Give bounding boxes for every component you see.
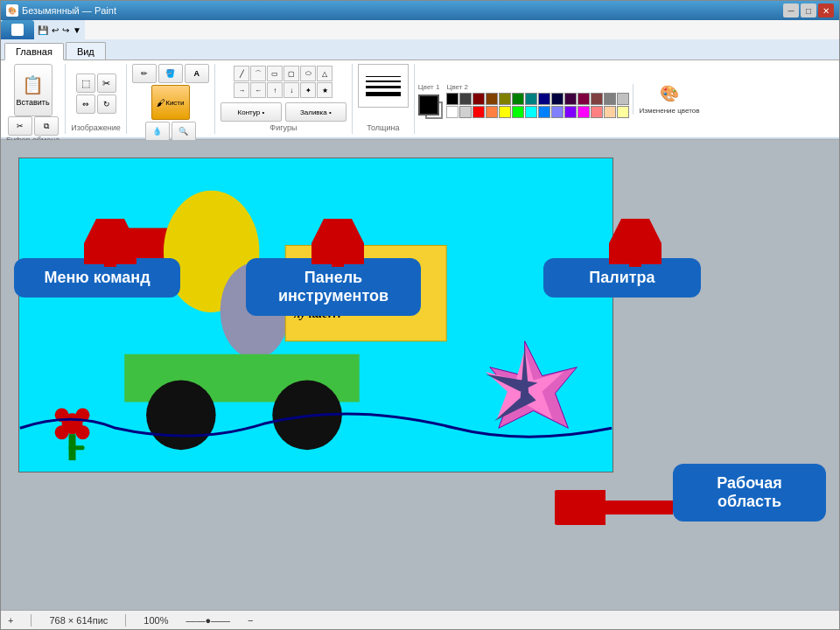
zoom-level: 100% xyxy=(144,615,168,626)
zoom-slider[interactable]: ——●—— xyxy=(186,615,230,626)
svg-rect-17 xyxy=(69,445,85,450)
color1-label: Цвет 1 xyxy=(418,83,440,91)
toolbar-text: Панель инструментов xyxy=(278,269,388,304)
zoom-minus[interactable]: − xyxy=(248,615,253,626)
swatch-white[interactable] xyxy=(446,106,458,118)
crop-button[interactable]: ✂ xyxy=(97,74,116,93)
main-area: Жить хорошо! А хорошо жить - еще лучше!!… xyxy=(1,140,839,610)
brush-button[interactable]: 🖌 Кисти xyxy=(151,85,190,120)
arrow-menu xyxy=(84,219,136,271)
swatch-darkgray[interactable] xyxy=(459,93,472,105)
image-size: 768 × 614пис xyxy=(49,615,108,626)
quick-access-toolbar: 💾 ↩ ↪ ▼ xyxy=(34,20,85,39)
tools-row3: 💧 🔍 xyxy=(145,122,196,141)
tab-home[interactable]: Главная xyxy=(4,43,64,60)
magnifier-button[interactable]: 🔍 xyxy=(172,122,196,141)
swatch-yellow-dark[interactable] xyxy=(499,93,511,105)
select-button[interactable]: ⬚ xyxy=(76,74,95,93)
paint-icon xyxy=(11,24,24,36)
swatch-gray1[interactable] xyxy=(604,93,616,105)
swatch-salmon[interactable] xyxy=(591,106,603,118)
swatch-purple-dark[interactable] xyxy=(564,93,577,105)
ribbon-tabs: Главная Вид xyxy=(1,39,839,60)
swatch-light-yellow[interactable] xyxy=(617,106,629,118)
shape-uparrow[interactable]: ↑ xyxy=(267,82,283,98)
arrow-palette xyxy=(609,219,662,271)
fill-dropdown[interactable]: Заливка • xyxy=(285,102,346,122)
paste-button[interactable]: 📋 Вставить xyxy=(14,64,52,116)
image-row1: ⬚ ✂ xyxy=(76,74,116,93)
shape-line[interactable]: ╱ xyxy=(234,66,249,81)
swatch-red-dark[interactable] xyxy=(472,93,485,105)
quick-dropdown-icon[interactable]: ▼ xyxy=(73,25,81,35)
swatch-gray-l[interactable] xyxy=(459,106,472,118)
tab-view[interactable]: Вид xyxy=(66,42,106,60)
app-button[interactable] xyxy=(1,20,34,39)
fill-button[interactable]: 🪣 xyxy=(158,64,183,83)
shape-leftarrow[interactable]: ← xyxy=(250,82,266,98)
cut-button[interactable]: ✂ xyxy=(8,116,32,136)
shape-rect[interactable]: ▭ xyxy=(267,66,283,81)
maximize-button[interactable]: □ xyxy=(801,4,816,18)
paste-label: Вставить xyxy=(17,98,50,107)
thickness-selector[interactable] xyxy=(358,64,409,108)
swatch-cyan[interactable] xyxy=(525,106,537,118)
shape-4arrow[interactable]: ✦ xyxy=(300,82,316,98)
swatch-blue-dark[interactable] xyxy=(538,93,550,105)
shape-triangle[interactable]: △ xyxy=(317,66,332,81)
arrow-toolbar xyxy=(312,219,364,271)
swatch-periwinkle[interactable] xyxy=(551,106,564,118)
shape-rightarrow[interactable]: → xyxy=(234,82,249,98)
image-row2: ⇔ ↻ xyxy=(76,94,116,114)
text-button[interactable]: A xyxy=(185,64,209,83)
swatch-green-dark[interactable] xyxy=(512,93,524,105)
shape-star[interactable]: ★ xyxy=(317,82,332,98)
swatch-lime[interactable] xyxy=(512,106,524,118)
shape-downarrow[interactable]: ↓ xyxy=(284,82,299,98)
quick-save-icon[interactable]: 💾 xyxy=(38,25,48,35)
ribbon-content: 📋 Вставить ✂ ⧉ Буфер обмена xyxy=(1,60,839,139)
shape-ellipse[interactable]: ⬭ xyxy=(300,66,316,81)
contour-dropdown[interactable]: Контур • xyxy=(220,102,282,122)
resize-button[interactable]: ⇔ xyxy=(76,94,95,114)
quick-redo-icon[interactable]: ↪ xyxy=(62,25,69,35)
minimize-button[interactable]: ─ xyxy=(783,4,799,18)
rotate-button[interactable]: ↻ xyxy=(97,94,116,114)
zoom-plus[interactable]: + xyxy=(8,615,13,626)
shapes-grid: ╱ ⌒ ▭ ▢ ⬭ △ → ← ↑ ↓ ✦ ★ xyxy=(234,66,332,98)
pencil-button[interactable]: ✏ xyxy=(132,64,157,83)
swatch-purple[interactable] xyxy=(564,106,577,118)
workspace-text: Рабочая область xyxy=(717,474,781,510)
swatch-peach[interactable] xyxy=(604,106,616,118)
swatch-navy[interactable] xyxy=(551,93,564,105)
swatch-yellow[interactable] xyxy=(499,106,511,118)
foreground-color[interactable] xyxy=(418,94,439,116)
swatch-orange-dark[interactable] xyxy=(486,93,498,105)
clipboard-group: 📋 Вставить ✂ ⧉ Буфер обмена xyxy=(1,64,66,134)
swatch-red[interactable] xyxy=(472,106,485,118)
copy-icon: ⧉ xyxy=(44,122,49,131)
shape-roundrect[interactable]: ▢ xyxy=(284,66,299,81)
edit-colors-label[interactable]: Изменение цветов xyxy=(639,107,699,115)
tools-row2: 🖌 Кисти xyxy=(151,85,190,120)
eyedropper-button[interactable]: 💧 xyxy=(145,122,170,141)
swatch-orange[interactable] xyxy=(486,106,498,118)
swatch-pink[interactable] xyxy=(578,106,590,118)
image-buttons: ⬚ ✂ ⇔ ↻ xyxy=(76,64,116,123)
swatch-maroon[interactable] xyxy=(578,93,590,105)
shape-curve[interactable]: ⌒ xyxy=(250,66,266,81)
shapes-label: Фигуры xyxy=(270,123,297,134)
swatch-black[interactable] xyxy=(446,93,458,105)
workspace-annotation: Рабочая область xyxy=(673,464,826,522)
copy-button[interactable]: ⧉ xyxy=(34,116,59,136)
swatch-white-dark[interactable] xyxy=(617,93,629,105)
title-bar: 🎨 Безымянный — Paint ─ □ ✕ xyxy=(1,1,839,20)
image-label: Изображение xyxy=(71,123,121,134)
close-button[interactable]: ✕ xyxy=(818,4,834,18)
swatch-brown[interactable] xyxy=(591,93,603,105)
svg-point-14 xyxy=(55,425,69,439)
swatch-teal-dark[interactable] xyxy=(525,93,537,105)
quick-undo-icon[interactable]: ↩ xyxy=(52,25,59,35)
swatch-blue[interactable] xyxy=(538,106,550,118)
active-colors: Цвет 1 xyxy=(418,83,440,116)
